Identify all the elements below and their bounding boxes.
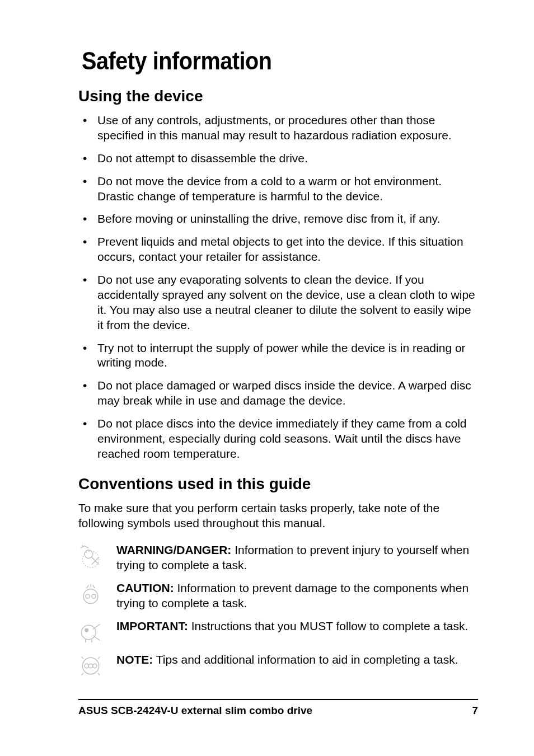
- legend-text: WARNING/DANGER: Information to prevent i…: [111, 543, 478, 573]
- warning-icon: [78, 543, 111, 569]
- svg-point-10: [93, 664, 97, 668]
- page: Safety information Using the device Use …: [0, 0, 534, 756]
- list-item: Do not attempt to disassemble the drive.: [78, 151, 478, 166]
- svg-point-6: [85, 628, 88, 632]
- section-heading-conventions: Conventions used in this guide: [78, 475, 478, 493]
- legend-text: IMPORTANT: Instructions that you MUST fo…: [111, 619, 468, 634]
- legend-text: CAUTION: Information to prevent damage t…: [111, 581, 478, 611]
- svg-point-4: [92, 594, 96, 598]
- legend-label: CAUTION:: [116, 581, 174, 594]
- legend-desc: Instructions that you MUST follow to com…: [188, 619, 468, 632]
- list-item: Do not use any evaporating solvents to c…: [78, 273, 478, 333]
- legend-text: NOTE: Tips and additional information to…: [111, 652, 458, 668]
- legend-row-caution: CAUTION: Information to prevent damage t…: [78, 581, 478, 611]
- list-item: Do not place discs into the device immed…: [78, 416, 478, 462]
- page-footer: ASUS SCB-2424V-U external slim combo dri…: [78, 699, 478, 717]
- legend-label: NOTE:: [116, 653, 153, 666]
- list-item: Do not move the device from a cold to a …: [78, 174, 478, 204]
- list-item: Try not to interrupt the supply of power…: [78, 341, 478, 371]
- svg-point-5: [82, 625, 96, 640]
- legend-label: WARNING/DANGER:: [116, 543, 231, 556]
- footer-rule: [78, 699, 478, 700]
- svg-point-9: [88, 664, 92, 668]
- important-icon: [78, 619, 111, 645]
- list-item: Use of any controls, adjustments, or pro…: [78, 113, 478, 143]
- section-heading-using: Using the device: [78, 87, 478, 105]
- caution-icon: [78, 581, 111, 607]
- legend-row-important: IMPORTANT: Instructions that you MUST fo…: [78, 619, 478, 645]
- svg-point-3: [86, 594, 90, 598]
- svg-point-7: [82, 658, 99, 674]
- svg-point-8: [85, 664, 88, 668]
- list-item: Before moving or uninstalling the drive,…: [78, 212, 478, 227]
- legend-row-warning: WARNING/DANGER: Information to prevent i…: [78, 543, 478, 573]
- page-title: Safety information: [82, 47, 438, 75]
- legend-row-note: NOTE: Tips and additional information to…: [78, 652, 478, 678]
- footer-row: ASUS SCB-2424V-U external slim combo dri…: [78, 705, 478, 717]
- legend-label: IMPORTANT:: [116, 619, 188, 632]
- legend-desc: Tips and additional information to aid i…: [153, 653, 458, 666]
- conventions-intro: To make sure that you perform certain ta…: [78, 501, 478, 531]
- note-icon: [78, 652, 111, 678]
- footer-page-number: 7: [472, 705, 478, 717]
- footer-product: ASUS SCB-2424V-U external slim combo dri…: [78, 705, 312, 717]
- list-item: Do not place damaged or warped discs ins…: [78, 378, 478, 408]
- list-item: Prevent liquids and metal objects to get…: [78, 234, 478, 265]
- bullet-list-using: Use of any controls, adjustments, or pro…: [78, 113, 478, 462]
